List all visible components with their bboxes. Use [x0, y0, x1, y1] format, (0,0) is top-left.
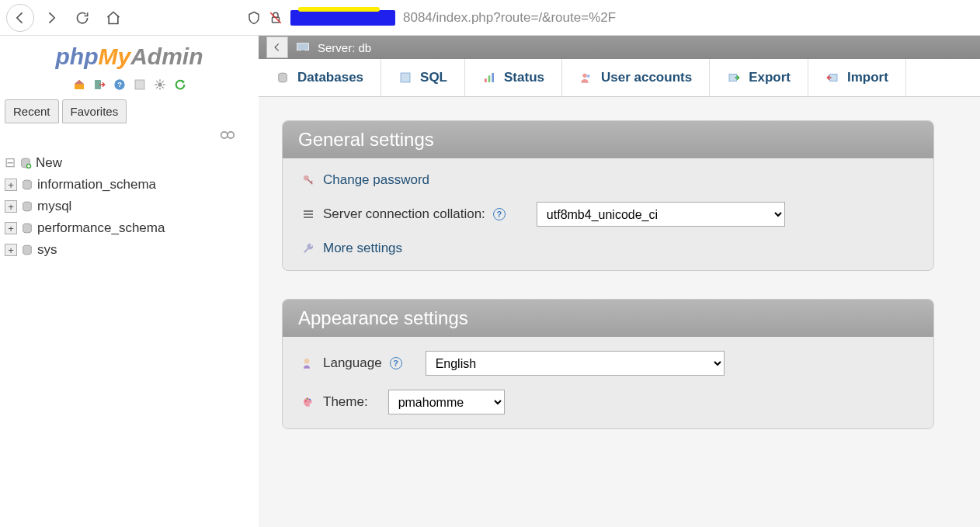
- database-icon: [276, 71, 290, 85]
- redacted-host: [290, 10, 395, 26]
- settings-icon[interactable]: [153, 78, 167, 92]
- tree-db-item[interactable]: + performance_schema: [5, 217, 259, 239]
- sql-icon: [398, 71, 412, 85]
- theme-label: Theme:: [323, 394, 368, 410]
- svg-rect-15: [297, 43, 309, 50]
- expand-icon[interactable]: +: [5, 222, 17, 234]
- browser-bar: 8084/index.php?route=/&route=%2F: [0, 0, 980, 36]
- palette-icon: [301, 395, 315, 409]
- help-icon[interactable]: ?: [113, 78, 127, 92]
- link-more-settings[interactable]: More settings: [323, 241, 402, 256]
- status-icon: [482, 71, 496, 85]
- database-icon: [20, 199, 34, 213]
- collapse-sidebar-button[interactable]: [266, 36, 288, 58]
- svg-point-30: [309, 399, 311, 400]
- url-bar[interactable]: 8084/index.php?route=/&route=%2F: [239, 4, 974, 32]
- language-label: Language: [323, 355, 382, 371]
- tree-db-label: information_schema: [37, 177, 156, 192]
- sidebar-tabs: Recent Favorites: [0, 99, 259, 123]
- panel-general-settings: General settings Change password Server …: [282, 120, 934, 271]
- svg-rect-5: [135, 80, 144, 89]
- collation-select[interactable]: utf8mb4_unicode_ci: [537, 202, 785, 227]
- tab-sql[interactable]: SQL: [381, 59, 465, 96]
- tree-db-label: sys: [37, 242, 57, 258]
- url-text: 8084/index.php?route=/&route=%2F: [403, 10, 616, 26]
- language-icon: [301, 356, 315, 370]
- browser-reload-button[interactable]: [68, 4, 96, 32]
- logo[interactable]: phpMyAdmin: [0, 36, 259, 73]
- panel-title: Appearance settings: [283, 300, 933, 337]
- expand-icon[interactable]: +: [5, 179, 17, 191]
- wrench-icon: [301, 241, 315, 255]
- lock-strike-icon[interactable]: [269, 11, 283, 25]
- tree-new-label: New: [36, 155, 62, 171]
- server-label: Server: db: [318, 41, 371, 54]
- sidebar-toolbar: ?: [0, 73, 259, 99]
- reload-icon[interactable]: [173, 78, 187, 92]
- tree-db-label: mysql: [37, 199, 71, 214]
- tab-label: User accounts: [601, 70, 692, 85]
- panel-title: General settings: [283, 121, 933, 158]
- list-icon: [301, 207, 315, 221]
- import-icon: [825, 71, 839, 85]
- tab-label: Status: [504, 70, 544, 85]
- tab-databases[interactable]: Databases: [259, 59, 381, 96]
- tab-favorites[interactable]: Favorites: [62, 99, 127, 123]
- main: Server: db Databases SQL Status User acc…: [259, 36, 980, 527]
- main-tabs: Databases SQL Status User accounts Expor…: [259, 59, 980, 97]
- svg-point-23: [587, 75, 590, 78]
- tab-label: Import: [847, 70, 888, 85]
- help-icon[interactable]: ?: [493, 208, 506, 220]
- svg-point-28: [305, 400, 307, 402]
- svg-point-7: [221, 132, 228, 138]
- theme-select[interactable]: pmahomme: [388, 390, 505, 414]
- collapse-link-icon[interactable]: [0, 123, 259, 148]
- tab-import[interactable]: Import: [808, 59, 906, 96]
- expand-icon[interactable]: +: [5, 244, 17, 256]
- tab-label: SQL: [420, 70, 447, 85]
- svg-point-6: [158, 82, 162, 86]
- tab-status[interactable]: Status: [465, 59, 562, 96]
- tree-new[interactable]: ⊟ New: [5, 151, 259, 174]
- expand-icon[interactable]: +: [5, 200, 17, 213]
- svg-point-22: [582, 74, 586, 78]
- svg-point-27: [304, 359, 310, 364]
- collation-label: Server connection collation:: [323, 206, 485, 222]
- link-change-password[interactable]: Change password: [323, 172, 429, 188]
- language-select[interactable]: English: [426, 351, 725, 376]
- svg-rect-21: [492, 73, 494, 82]
- tab-label: Export: [749, 70, 791, 85]
- browser-forward-button[interactable]: [37, 4, 65, 32]
- home-icon[interactable]: [72, 78, 86, 92]
- new-db-icon: [19, 156, 33, 170]
- tree-db-item[interactable]: + information_schema: [5, 174, 259, 196]
- logout-icon[interactable]: [92, 78, 106, 92]
- export-icon: [727, 71, 741, 85]
- sidebar: phpMyAdmin ? Recent Favorites ⊟ New +: [0, 36, 259, 527]
- svg-point-29: [307, 398, 308, 400]
- svg-rect-19: [485, 78, 487, 82]
- svg-text:?: ?: [117, 81, 122, 88]
- svg-rect-20: [488, 75, 491, 82]
- panel-appearance-settings: Appearance settings Language ? English T…: [282, 299, 934, 429]
- sql-icon[interactable]: [133, 78, 147, 92]
- browser-back-button[interactable]: [6, 4, 34, 32]
- server-bar: Server: db: [259, 36, 980, 59]
- database-icon: [20, 221, 34, 235]
- tree-db-item[interactable]: + mysql: [5, 196, 259, 217]
- svg-rect-16: [301, 50, 305, 52]
- tab-export[interactable]: Export: [710, 59, 808, 96]
- svg-rect-18: [401, 73, 410, 82]
- shield-icon[interactable]: [247, 11, 261, 25]
- database-icon: [20, 178, 34, 192]
- tab-recent[interactable]: Recent: [5, 99, 59, 123]
- tree-db-item[interactable]: + sys: [5, 239, 259, 261]
- help-icon[interactable]: ?: [390, 357, 402, 369]
- tab-user-accounts[interactable]: User accounts: [562, 59, 710, 96]
- tree-db-label: performance_schema: [37, 220, 165, 236]
- server-icon: [296, 42, 310, 53]
- browser-home-button[interactable]: [99, 4, 127, 32]
- users-icon: [579, 71, 593, 85]
- db-tree: ⊟ New + information_schema + mysql + per…: [0, 148, 259, 261]
- key-icon: [301, 173, 315, 187]
